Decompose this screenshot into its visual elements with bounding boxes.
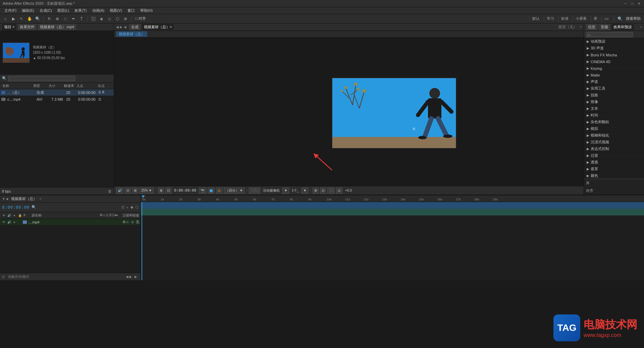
effects-search-input[interactable] — [586, 32, 633, 37]
search-icon[interactable]: 🔍 — [616, 15, 623, 22]
window-controls[interactable]: ─ □ ✕ — [623, 1, 641, 6]
color-btn[interactable]: ⬤ — [208, 188, 215, 194]
workspace-standard[interactable]: 标准 — [558, 15, 571, 22]
comp-tab-comp[interactable]: 合成 — [129, 24, 141, 30]
effects-controls-tab[interactable]: 效果控件 — [18, 24, 37, 30]
effects-menu-icon[interactable]: = — [640, 25, 642, 29]
close-button[interactable]: ✕ — [637, 1, 641, 6]
render-btn[interactable]: ⊞ — [313, 188, 319, 194]
toggle-mode-btn[interactable]: ⊡ — [2, 275, 5, 279]
quality-selector[interactable]: （四分） ▼ — [224, 188, 245, 194]
effect-noise[interactable]: ▶ 杂色和颗粒 — [584, 119, 644, 126]
menu-layer[interactable]: 图层(L) — [55, 7, 71, 14]
eraser-tool[interactable]: ◇ — [106, 15, 113, 22]
graph-editor-icon[interactable]: ⬡ — [135, 205, 139, 209]
track-bar-video[interactable] — [141, 209, 644, 215]
effect-matte[interactable]: ▶ Matte — [584, 72, 644, 79]
comp-audio-btn[interactable]: 🔊 — [116, 188, 123, 194]
camera-selector[interactable]: ▼ — [282, 188, 289, 194]
home-icon[interactable]: ⌂ — [2, 15, 9, 22]
effect-blur[interactable]: ▶ 模糊和锐化 — [584, 132, 644, 139]
solo-icon[interactable]: ⊡ — [121, 205, 124, 209]
track-bar-comp[interactable] — [141, 202, 644, 209]
search-help-label[interactable]: 搜索帮助 — [625, 16, 642, 21]
brush-tool[interactable]: ⬛ — [90, 15, 97, 22]
timeline-menu-icon[interactable]: = — [40, 197, 42, 201]
safe-area-btn[interactable]: ⊡ — [165, 188, 171, 194]
workspace-more[interactable]: >> — [601, 16, 611, 21]
resolution-btn[interactable]: ⬛⬛ — [249, 188, 260, 194]
file-row-comp[interactable]: ...（总） 合成 25 0:00:00:00 0 ≙ — [0, 89, 114, 96]
timeline-tracks[interactable] — [141, 202, 644, 280]
zoom-tool[interactable]: 🔍 — [34, 15, 41, 22]
effect-text[interactable]: ▶ 文本 — [584, 105, 644, 112]
comp-tab-footage[interactable]: 视频素材（总）= — [142, 24, 174, 30]
frame-size-btn[interactable]: ⊞ — [158, 188, 164, 194]
layer-lock-1[interactable] — [17, 220, 22, 225]
comp-motion-btn[interactable]: ⊡ — [125, 188, 131, 194]
effect-immersive[interactable]: ▶ 沉浸式视频 — [584, 139, 644, 146]
selection-tool[interactable]: ↖ — [18, 15, 25, 22]
composition-viewer[interactable] — [114, 38, 584, 186]
menu-help[interactable]: 帮助(H) — [138, 7, 155, 14]
shape-tool[interactable]: □ — [62, 15, 69, 22]
effect-keymatte[interactable]: ▶ 抠像 — [584, 99, 644, 105]
layer-row-1[interactable]: 👁 🔊 ● ....mp4 单☆ ⊙ 无 — [0, 219, 141, 226]
workspace-small[interactable]: 小屏幕 — [573, 15, 589, 22]
workspace-default[interactable]: 默认 — [529, 15, 542, 22]
menu-file[interactable]: 文件(F) — [2, 7, 19, 14]
motion-blur-btn[interactable]: ◎ — [336, 188, 342, 194]
effect-boris[interactable]: ▶ Boris FX Mocha — [584, 52, 644, 58]
clone-tool[interactable]: ◈ — [98, 15, 105, 22]
pen-tool[interactable]: ✒ — [70, 15, 77, 22]
effect-time[interactable]: ▶ 时间 — [584, 112, 644, 119]
effect-color[interactable]: ▶ 颜色 — [584, 172, 644, 179]
effect-distort[interactable]: ▶ 扭曲 — [584, 92, 644, 99]
maximize-button[interactable]: □ — [630, 1, 635, 6]
puppet-tool[interactable]: ⊛ — [122, 15, 129, 22]
layer-audio-1[interactable]: 🔊 — [7, 220, 11, 225]
layer-vis-1[interactable]: 👁 — [1, 220, 6, 225]
menu-view[interactable]: 视图(V) — [107, 7, 124, 14]
comp-settings-icon[interactable]: = — [580, 25, 582, 29]
workspace-learn[interactable]: 学习 — [544, 15, 557, 22]
transparency-btn[interactable]: ◎ — [216, 188, 222, 194]
comp-options-btn[interactable]: ⊡ — [320, 188, 326, 194]
timeline-timecode[interactable]: 0:00:00:00 — [2, 205, 30, 210]
new-comp-icon[interactable]: ▶ — [10, 15, 17, 22]
trash-icon[interactable]: 🗑 — [108, 189, 112, 193]
minimize-button[interactable]: ─ — [623, 1, 628, 6]
effect-simulation[interactable]: ▶ 模拟 — [584, 126, 644, 132]
view-selector[interactable]: ▼ — [302, 188, 308, 194]
layer-solo-1[interactable]: ● — [12, 220, 17, 225]
comp-nav-back[interactable]: ◀ ■ — [116, 25, 122, 29]
effect-channel[interactable]: ▶ 声道 — [584, 79, 644, 85]
comp-grid-btn[interactable]: ⊞ — [132, 188, 138, 194]
roto-tool[interactable]: ⬡ — [114, 15, 121, 22]
rotation-tool[interactable]: ↻ — [46, 15, 53, 22]
effect-transition[interactable]: ▶ 过渡 — [584, 152, 644, 159]
effect-animation-presets[interactable]: ▶ 动画预设 — [584, 38, 644, 45]
menu-animation[interactable]: 动画(A) — [90, 7, 107, 14]
go-start-btn[interactable]: ◀◀ — [126, 275, 131, 279]
menu-effects[interactable]: 效果(T) — [72, 7, 89, 14]
menu-window[interactable]: 窗口 — [125, 7, 137, 14]
effect-generate[interactable]: ▶ 遮罩 — [584, 166, 644, 172]
effect-3d[interactable]: ▶ 3D 声道 — [584, 45, 644, 52]
effects-presets-tab[interactable]: 效果和预设 — [611, 24, 634, 30]
menu-comp[interactable]: 合成(C) — [37, 7, 54, 14]
menu-edit[interactable]: 编辑(E) — [19, 7, 37, 14]
hand-tool[interactable]: ✋ — [26, 15, 33, 22]
project-tab[interactable]: 项目 = — [2, 24, 16, 30]
effect-keying[interactable]: ▶ Keying — [584, 65, 644, 72]
snapshot-btn[interactable]: 📷 — [199, 188, 206, 194]
effect-perspective[interactable]: ▶ 透视 — [584, 159, 644, 166]
effect-cinema4d[interactable]: ▶ CINEMA 4D — [584, 58, 644, 65]
comp-marker-icon[interactable]: ◆ — [130, 205, 133, 209]
footage-tab[interactable]: 视频素材（总）.mp4 — [38, 24, 76, 30]
effect-utility[interactable]: ▶ 实用工具 — [584, 85, 644, 92]
play-stop-btn[interactable]: ▶ — [135, 275, 137, 279]
anchor-tool[interactable]: ⊕ — [54, 15, 61, 22]
file-row-video[interactable]: c....mp4 AVI 7.3 MB 25 0:00:00:00 0: — [0, 96, 114, 103]
project-search-input[interactable] — [8, 76, 75, 81]
